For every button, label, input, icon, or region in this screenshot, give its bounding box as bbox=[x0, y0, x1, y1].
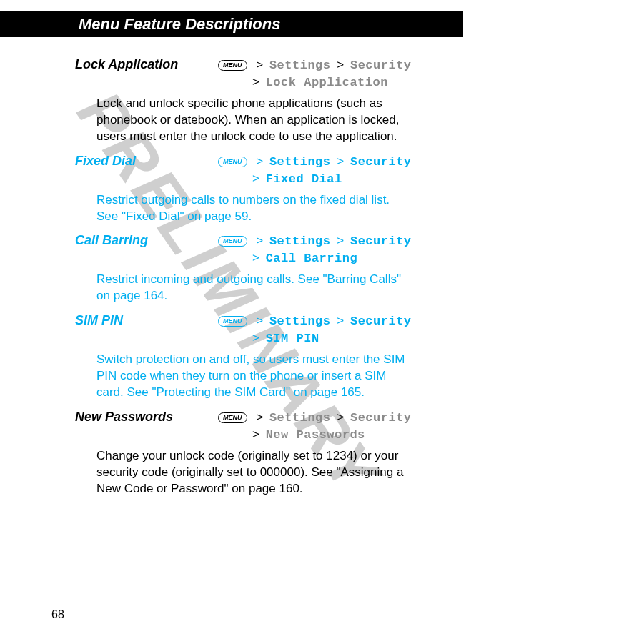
menu-icon: MENU bbox=[218, 316, 247, 327]
separator-icon: > bbox=[334, 58, 347, 71]
entry-description: Lock and unlock specific phone applicati… bbox=[96, 96, 411, 145]
separator-icon: > bbox=[249, 331, 262, 345]
entry-description: Change your unlock code (originally set … bbox=[96, 448, 411, 497]
separator-icon: > bbox=[249, 172, 262, 185]
entry-description: Restrict outgoing calls to numbers on th… bbox=[96, 192, 411, 225]
separator-icon: > bbox=[249, 427, 262, 441]
separator-icon: > bbox=[334, 234, 347, 247]
separator-icon: > bbox=[253, 58, 266, 71]
separator-icon: > bbox=[253, 314, 266, 327]
separator-icon: > bbox=[249, 75, 262, 89]
path-segment: Settings bbox=[269, 314, 331, 328]
path-segment: Settings bbox=[269, 411, 331, 425]
path-segment: Security bbox=[350, 411, 412, 425]
path-segment: Fixed Dial bbox=[266, 172, 342, 186]
path-segment: Settings bbox=[269, 59, 331, 72]
nav-path: MENU > Settings > Security > Call Barrin… bbox=[218, 233, 412, 267]
entry-new-passwords: New Passwords MENU > Settings > Security… bbox=[75, 410, 447, 497]
separator-icon: > bbox=[334, 410, 347, 424]
nav-path: MENU > Settings > Security > New Passwor… bbox=[218, 410, 412, 444]
path-segment: SIM PIN bbox=[266, 332, 319, 345]
content-area: Lock Application MENU > Settings > Secur… bbox=[75, 57, 447, 506]
menu-icon: MENU bbox=[218, 412, 247, 423]
entry-title: Call Barring bbox=[75, 233, 218, 248]
path-segment: Security bbox=[350, 155, 412, 169]
nav-path: MENU > Settings > Security > Fixed Dial bbox=[218, 154, 412, 188]
entry-call-barring: Call Barring MENU > Settings > Security … bbox=[75, 233, 447, 304]
entry-sim-pin: SIM PIN MENU > Settings > Security > SIM… bbox=[75, 313, 447, 401]
entry-lock-application: Lock Application MENU > Settings > Secur… bbox=[75, 57, 447, 145]
separator-icon: > bbox=[253, 154, 266, 168]
nav-path: MENU > Settings > Security > SIM PIN bbox=[218, 313, 412, 347]
entry-title: SIM PIN bbox=[75, 313, 218, 328]
separator-icon: > bbox=[253, 234, 266, 247]
path-segment: Settings bbox=[269, 155, 331, 169]
menu-icon: MENU bbox=[218, 157, 247, 167]
path-segment: Settings bbox=[269, 234, 331, 248]
menu-icon: MENU bbox=[218, 236, 247, 247]
separator-icon: > bbox=[253, 410, 266, 424]
separator-icon: > bbox=[249, 251, 262, 264]
path-segment: Call Barring bbox=[266, 252, 357, 265]
path-segment: Security bbox=[350, 314, 412, 328]
entry-description: Switch protection on and off, so users m… bbox=[96, 352, 411, 401]
path-segment: Lock Application bbox=[266, 76, 388, 89]
entry-title: Fixed Dial bbox=[75, 154, 218, 169]
entry-fixed-dial: Fixed Dial MENU > Settings > Security > … bbox=[75, 154, 447, 225]
menu-icon: MENU bbox=[218, 60, 247, 71]
nav-path: MENU > Settings > Security > Lock Applic… bbox=[218, 57, 412, 91]
page-header: Menu Feature Descriptions bbox=[0, 11, 463, 37]
path-segment: New Passwords bbox=[266, 428, 365, 442]
entry-title: New Passwords bbox=[75, 410, 218, 425]
page-number: 68 bbox=[51, 608, 64, 621]
entry-title: Lock Application bbox=[75, 57, 218, 72]
entry-description: Restrict incoming and outgoing calls. Se… bbox=[96, 272, 411, 304]
separator-icon: > bbox=[334, 154, 347, 168]
separator-icon: > bbox=[334, 314, 347, 327]
path-segment: Security bbox=[350, 234, 412, 248]
path-segment: Security bbox=[350, 59, 412, 72]
